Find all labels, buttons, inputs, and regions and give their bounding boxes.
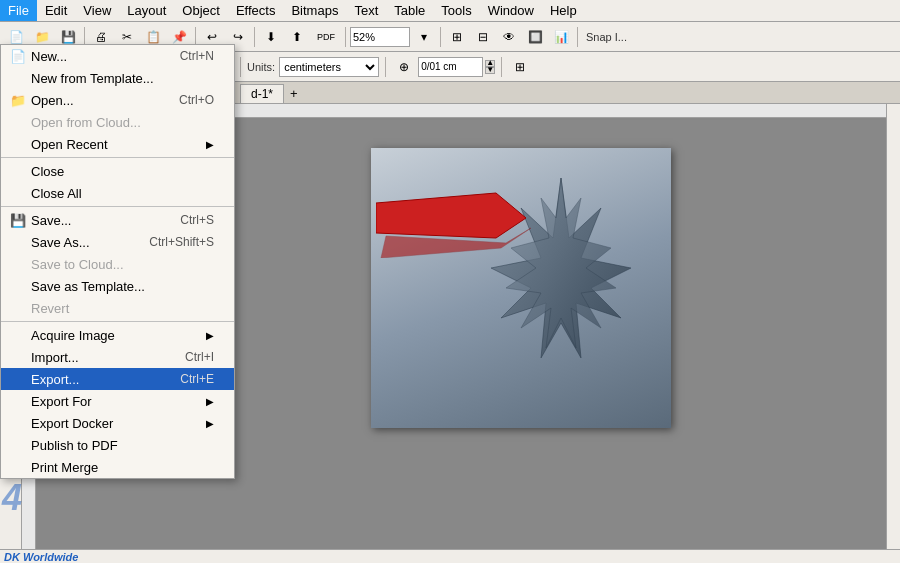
dropdown-menu-container: 📄 New... Ctrl+N New from Template... 📁 O… (0, 44, 235, 479)
document-page (371, 148, 671, 428)
menu-export-for[interactable]: Export For ▶ (1, 390, 234, 412)
menu-new[interactable]: 📄 New... Ctrl+N (1, 45, 234, 67)
save-menu-icon: 💾 (9, 213, 27, 228)
open-recent-arrow: ▶ (206, 139, 214, 150)
page-background (371, 148, 671, 428)
menu-close-label: Close (31, 164, 214, 179)
menu-save-shortcut: Ctrl+S (180, 213, 214, 227)
export-docker-arrow: ▶ (206, 418, 214, 429)
menu-open-cloud: Open from Cloud... (1, 111, 234, 133)
zoom-dropdown[interactable]: ▾ (412, 25, 436, 49)
status-text: DK Worldwide (4, 551, 78, 563)
import-btn[interactable]: ⬇ (259, 25, 283, 49)
menu-open[interactable]: 📁 Open... Ctrl+O (1, 89, 234, 111)
menu-tools[interactable]: Tools (433, 0, 479, 21)
units-label: Units: (247, 61, 275, 73)
menu-save-as-label: Save As... (31, 235, 139, 250)
pos-down[interactable]: ▼ (485, 67, 495, 74)
menu-close[interactable]: Close (1, 160, 234, 182)
sep9 (240, 57, 241, 77)
pos-input[interactable] (418, 57, 483, 77)
menu-open-label: Open... (31, 93, 169, 108)
units-select[interactable]: centimeters inches pixels millimeters (279, 57, 379, 77)
menu-save-label: Save... (31, 213, 170, 228)
menu-open-recent[interactable]: Open Recent ▶ (1, 133, 234, 155)
snap-label: Snap I... (586, 31, 627, 43)
menu-import[interactable]: Import... Ctrl+I (1, 346, 234, 368)
menu-object[interactable]: Object (174, 0, 228, 21)
view-btn5[interactable]: 📊 (549, 25, 573, 49)
menu-close-all[interactable]: Close All (1, 182, 234, 204)
menu-new-template[interactable]: New from Template... (1, 67, 234, 89)
menu-view[interactable]: View (75, 0, 119, 21)
pos-icon: ⊕ (392, 55, 416, 79)
menu-export-label: Export... (31, 372, 170, 387)
menu-new-template-label: New from Template... (31, 71, 214, 86)
menu-window[interactable]: Window (480, 0, 542, 21)
menu-export[interactable]: Export... Ctrl+E (1, 368, 234, 390)
menu-save-template[interactable]: Save as Template... (1, 275, 234, 297)
menu-acquire[interactable]: Acquire Image ▶ (1, 324, 234, 346)
menu-export-shortcut: Ctrl+E (180, 372, 214, 386)
menu-layout[interactable]: Layout (119, 0, 174, 21)
zoom-input[interactable] (350, 27, 410, 47)
tab-add-btn[interactable]: + (284, 84, 304, 103)
view-btn1[interactable]: ⊞ (445, 25, 469, 49)
menu-file[interactable]: File (0, 0, 37, 21)
view-btn3[interactable]: 👁 (497, 25, 521, 49)
menu-revert-label: Revert (31, 301, 214, 316)
menu-save[interactable]: 💾 Save... Ctrl+S (1, 209, 234, 231)
export-btn[interactable]: ⬆ (285, 25, 309, 49)
menu-import-label: Import... (31, 350, 175, 365)
menu-save-as-shortcut: Ctrl+Shift+S (149, 235, 214, 249)
menu-bitmaps[interactable]: Bitmaps (283, 0, 346, 21)
menu-import-shortcut: Ctrl+I (185, 350, 214, 364)
view-btn2[interactable]: ⊟ (471, 25, 495, 49)
menu-export-for-label: Export For (31, 394, 206, 409)
right-sidebar (886, 104, 900, 549)
menu-save-as[interactable]: Save As... Ctrl+Shift+S (1, 231, 234, 253)
pos-group: ⊕ ▲ ▼ (392, 55, 495, 79)
menu-revert: Revert (1, 297, 234, 319)
menu-print-merge[interactable]: Print Merge (1, 456, 234, 478)
menu-text[interactable]: Text (346, 0, 386, 21)
watermark-number: 4 (2, 477, 22, 519)
menu-publish-pdf-label: Publish to PDF (31, 438, 214, 453)
svg-marker-0 (376, 193, 526, 238)
menu-save-cloud-label: Save to Cloud... (31, 257, 214, 272)
menu-publish-pdf[interactable]: Publish to PDF (1, 434, 234, 456)
menu-help[interactable]: Help (542, 0, 585, 21)
tab-document[interactable]: d-1* (240, 84, 284, 103)
acquire-arrow: ▶ (206, 330, 214, 341)
menu-acquire-label: Acquire Image (31, 328, 206, 343)
menu-export-docker[interactable]: Export Docker ▶ (1, 412, 234, 434)
menu-open-cloud-label: Open from Cloud... (31, 115, 214, 130)
sep11 (501, 57, 502, 77)
tab-label: d-1* (251, 87, 273, 101)
menu-new-shortcut: Ctrl+N (180, 49, 214, 63)
sep6 (577, 27, 578, 47)
pdf-btn[interactable]: PDF (311, 25, 341, 49)
menu-print-merge-label: Print Merge (31, 460, 214, 475)
sep-c (1, 321, 234, 322)
new-icon: 📄 (9, 49, 27, 64)
menu-export-docker-label: Export Docker (31, 416, 206, 431)
menu-open-shortcut: Ctrl+O (179, 93, 214, 107)
sep-b (1, 206, 234, 207)
sep10 (385, 57, 386, 77)
open-icon: 📁 (9, 93, 27, 108)
menu-edit[interactable]: Edit (37, 0, 75, 21)
sep3 (254, 27, 255, 47)
pos-spinners: ▲ ▼ (485, 60, 495, 74)
menu-effects[interactable]: Effects (228, 0, 284, 21)
menu-table[interactable]: Table (386, 0, 433, 21)
menu-new-label: New... (31, 49, 170, 64)
export-for-arrow: ▶ (206, 396, 214, 407)
sep4 (345, 27, 346, 47)
view-btn4[interactable]: 🔲 (523, 25, 547, 49)
menu-open-recent-label: Open Recent (31, 137, 206, 152)
extra-btn[interactable]: ⊞ (508, 55, 532, 79)
arrow-shape-svg (376, 178, 536, 258)
status-bar: DK Worldwide (0, 549, 900, 563)
sep-a (1, 157, 234, 158)
